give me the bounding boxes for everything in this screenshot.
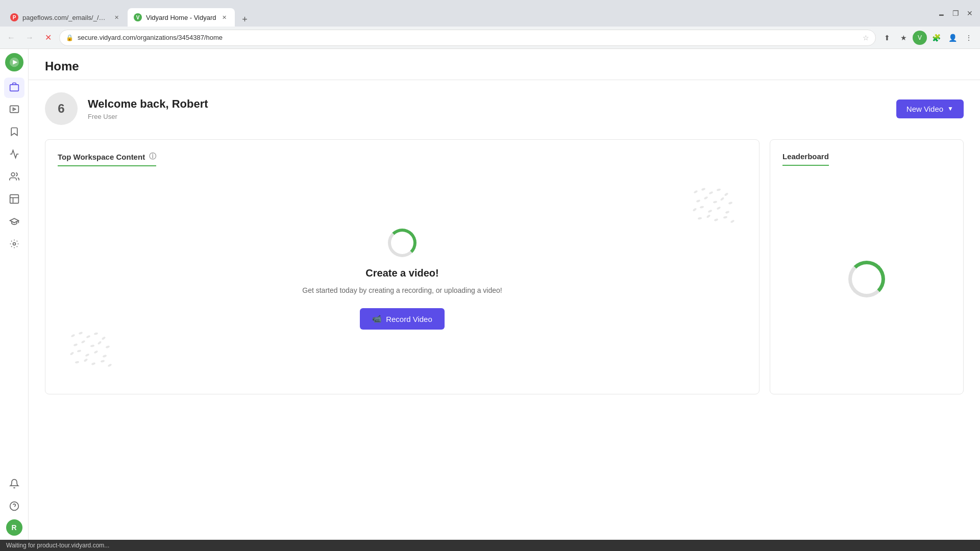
tab-close-2[interactable]: ✕	[220, 13, 229, 21]
svg-point-15	[717, 188, 721, 191]
svg-point-35	[94, 332, 99, 335]
svg-point-45	[94, 350, 99, 354]
sidebar-item-people[interactable]	[4, 167, 24, 188]
svg-point-27	[698, 217, 702, 219]
status-text: Waiting for product-tour.vidyard.com...	[6, 542, 109, 549]
svg-point-38	[81, 340, 86, 343]
svg-point-19	[713, 201, 718, 203]
svg-point-17	[696, 199, 701, 203]
decorative-dots-bottom-left	[68, 331, 114, 371]
svg-point-44	[85, 353, 90, 357]
sidebar-item-help[interactable]	[4, 497, 24, 517]
close-button[interactable]: ✕	[964, 7, 976, 19]
record-video-button[interactable]: 📹 Record Video	[360, 308, 445, 330]
loading-spinner-leaderboard	[848, 261, 885, 297]
new-video-button[interactable]: New Video ▼	[896, 99, 964, 118]
page-header: Home	[29, 49, 980, 80]
svg-point-46	[103, 355, 107, 358]
svg-point-26	[725, 211, 730, 214]
svg-point-30	[723, 216, 728, 219]
leaderboard-loading	[782, 176, 951, 382]
new-video-label: New Video	[906, 105, 943, 113]
tab-favicon-1: P	[10, 13, 18, 21]
svg-point-24	[708, 209, 713, 213]
svg-point-18	[704, 196, 708, 199]
svg-point-25	[717, 206, 721, 210]
svg-point-22	[693, 208, 697, 212]
browser-tab-1[interactable]: P pageflows.com/_emails/_/7fb5c... ✕	[4, 8, 127, 27]
create-video-title: Create a video!	[365, 267, 438, 279]
svg-point-13	[701, 188, 706, 191]
user-badge: Free User	[88, 113, 886, 120]
user-avatar-sidebar[interactable]: R	[6, 519, 22, 536]
video-icon	[9, 104, 19, 117]
tab-favicon-2: V	[134, 13, 142, 21]
sidebar-item-integrations[interactable]	[4, 235, 24, 255]
vidyard-logo-icon	[9, 57, 20, 68]
back-button[interactable]: ←	[4, 31, 18, 45]
tab-title-2: Vidyard Home - Vidyard	[146, 14, 216, 21]
sidebar-item-library[interactable]	[4, 190, 24, 210]
home-icon	[9, 82, 19, 94]
svg-point-51	[108, 363, 112, 367]
svg-point-9	[13, 242, 15, 245]
address-bar[interactable]: 🔒 secure.vidyard.com/organizations/34543…	[59, 30, 876, 46]
menu-button[interactable]: ⋮	[962, 31, 976, 45]
svg-point-39	[90, 344, 95, 347]
sidebar-item-analytics[interactable]	[4, 145, 24, 165]
decorative-dots-top-right	[691, 187, 737, 228]
svg-point-43	[77, 349, 82, 353]
forward-button[interactable]: →	[22, 31, 37, 45]
bookmark-icon[interactable]: ☆	[863, 34, 869, 42]
svg-rect-2	[10, 84, 18, 91]
dropdown-arrow-icon: ▼	[947, 105, 953, 112]
maximize-button[interactable]: ❐	[949, 7, 962, 19]
svg-point-12	[694, 190, 698, 193]
sidebar: R	[0, 49, 29, 540]
help-icon	[9, 501, 19, 514]
star-button[interactable]: ★	[896, 31, 911, 45]
browser-chrome: P pageflows.com/_emails/_/7fb5c... ✕ V V…	[0, 0, 980, 27]
sidebar-item-learn[interactable]	[4, 212, 24, 233]
browser-toolbar: ← → ✕ 🔒 secure.vidyard.com/organizations…	[0, 27, 980, 49]
new-tab-button[interactable]: +	[238, 12, 252, 27]
svg-rect-6	[10, 194, 18, 203]
cards-row: Top Workspace Content ⓘ	[45, 139, 964, 394]
svg-point-21	[728, 202, 733, 205]
profile-button[interactable]: 👤	[945, 31, 960, 45]
browser-action-buttons: ⬆ ★ V 🧩 👤 ⋮	[880, 31, 976, 45]
browser-tab-2[interactable]: V Vidyard Home - Vidyard ✕	[128, 8, 235, 27]
camera-icon: 📹	[372, 314, 382, 323]
svg-point-42	[70, 352, 75, 356]
sidebar-item-bookmark[interactable]	[4, 122, 24, 143]
browser-tabs: P pageflows.com/_emails/_/7fb5c... ✕ V V…	[4, 0, 252, 27]
integrations-icon	[9, 239, 19, 252]
reload-button[interactable]: ✕	[41, 31, 55, 45]
sidebar-item-videos[interactable]	[4, 100, 24, 120]
workspace-info-icon[interactable]: ⓘ	[149, 152, 156, 161]
library-icon	[9, 194, 19, 207]
page-title: Home	[45, 59, 964, 73]
svg-point-47	[75, 361, 80, 363]
create-video-desc: Get started today by creating a recordin…	[302, 285, 502, 296]
lock-icon: 🔒	[66, 34, 74, 41]
vidyard-extension[interactable]: V	[913, 31, 927, 45]
sidebar-item-notifications[interactable]	[4, 474, 24, 495]
tab-close-1[interactable]: ✕	[112, 13, 120, 21]
svg-point-41	[106, 345, 110, 348]
share-button[interactable]: ⬆	[880, 31, 894, 45]
minimize-button[interactable]: 🗕	[935, 7, 947, 19]
workspace-empty-state: Create a video! Get started today by cre…	[58, 177, 747, 382]
sidebar-item-home[interactable]	[4, 78, 24, 98]
people-icon	[9, 171, 19, 184]
svg-point-32	[71, 334, 76, 337]
app-container: R Home 6 Welcome back, Robert Free User …	[0, 49, 980, 540]
learn-icon	[9, 216, 19, 229]
sidebar-logo[interactable]	[5, 53, 23, 71]
svg-point-50	[101, 360, 105, 363]
extensions-button[interactable]: 🧩	[929, 31, 943, 45]
svg-point-34	[86, 335, 91, 338]
status-bar: Waiting for product-tour.vidyard.com...	[0, 540, 980, 551]
workspace-card-title: Top Workspace Content ⓘ	[58, 152, 156, 166]
loading-spinner-workspace	[388, 229, 416, 257]
